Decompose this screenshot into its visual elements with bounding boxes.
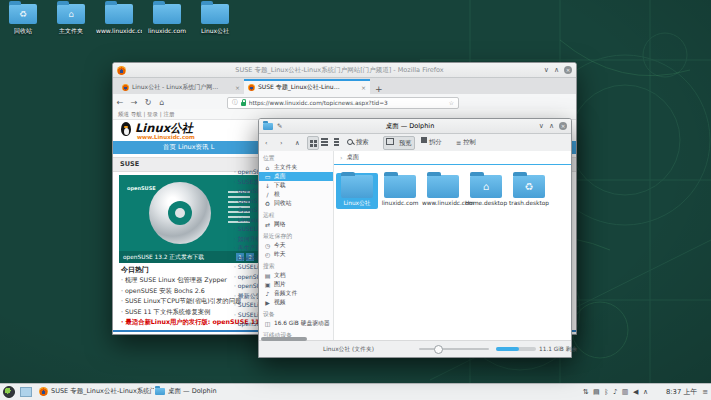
- tab-close-icon[interactable]: ×: [235, 84, 240, 91]
- desktop-icon-label: 回收站: [0, 27, 46, 36]
- dolphin-statusbar: Linux公社 (文件夹) 11.1 GiB 剩余: [259, 340, 571, 357]
- url-text[interactable]: https://www.linuxidc.com/topicnews.aspx?…: [249, 100, 388, 106]
- firefox-icon: [39, 387, 48, 396]
- forward-icon[interactable]: ›: [280, 136, 283, 148]
- place-home[interactable]: ⌂主文件夹: [259, 163, 333, 172]
- place-documents[interactable]: ▤文档: [259, 271, 333, 280]
- back-icon[interactable]: ‹: [265, 136, 268, 148]
- banner-caption-text: openSUSE 13.2 正式发布下载: [123, 254, 204, 260]
- place-audio[interactable]: ♪音频文件: [259, 289, 333, 298]
- trash-icon: ♻: [264, 199, 271, 208]
- tab-favicon: [122, 84, 129, 91]
- forward-icon[interactable]: →: [127, 98, 141, 107]
- site-logo-subtitle: www.Linuxidc.com: [137, 134, 195, 140]
- compact-view-button[interactable]: [321, 136, 329, 148]
- expand-tray-icon[interactable]: ∧: [643, 388, 648, 396]
- desktop-icon-linux-gongshe[interactable]: Linux公社: [192, 4, 238, 36]
- new-tab-button[interactable]: +: [370, 84, 388, 94]
- maximize-icon[interactable]: ∧: [554, 66, 559, 74]
- desktop-icon-trash[interactable]: ♻ 回收站: [0, 4, 46, 36]
- place-root[interactable]: /根: [259, 190, 333, 199]
- dolphin-titlebar[interactable]: ✎ 桌面 — Dolphin ∨ ∧ ×: [259, 119, 571, 134]
- url-bar[interactable]: ⓘ https://www.linuxidc.com/topicnews.asp…: [227, 97, 459, 109]
- task-dolphin[interactable]: 桌面 — Dolphin: [152, 385, 238, 398]
- place-yesterday[interactable]: ◴昨天: [259, 250, 333, 259]
- dolphin-window-title: 桌面 — Dolphin: [289, 122, 531, 131]
- home-icon[interactable]: ⌂: [155, 98, 169, 107]
- site-info-icon[interactable]: ⓘ: [232, 98, 238, 107]
- file-linux-gongshe[interactable]: Linux公社: [336, 173, 378, 209]
- firefox-titlebar[interactable]: SUSE 专题_Linux公社-Linux系统门户网站[门户频道] - Mozi…: [113, 63, 576, 78]
- tab-linux-gongshe[interactable]: Linux公社 - Linux系统门户网… ×: [118, 81, 244, 94]
- place-downloads[interactable]: ↓下载: [259, 181, 333, 190]
- network-icon[interactable]: ⇅: [583, 388, 589, 396]
- hot-list-title: 今日热门: [121, 265, 149, 275]
- preview-button[interactable]: 预览: [383, 136, 415, 150]
- taskbar: SUSE 专题_Linux公社-Linux系统门… 桌面 — Dolphin ⇅…: [0, 383, 711, 400]
- tux-logo-icon: [121, 122, 131, 136]
- display-icon[interactable]: ▥: [622, 388, 629, 396]
- bluetooth-icon[interactable]: ᛒ: [604, 388, 608, 396]
- minimize-icon[interactable]: ∨: [539, 122, 544, 130]
- trash-icon: ♻: [9, 7, 37, 21]
- tab-close-icon[interactable]: ×: [361, 84, 366, 91]
- minimize-icon[interactable]: ∨: [544, 66, 549, 74]
- video-icon: ▶: [264, 298, 271, 307]
- file-trash-desktop[interactable]: ♻ trash.desktop: [508, 173, 550, 209]
- file-www-linuxidc[interactable]: www.linuxidc.com: [422, 173, 464, 209]
- free-space-bar: [496, 347, 536, 351]
- reload-icon[interactable]: ↻: [141, 98, 155, 107]
- pager-widget[interactable]: [20, 387, 32, 397]
- volume-icon[interactable]: ◀: [633, 388, 638, 396]
- place-today[interactable]: ◷今天: [259, 241, 333, 250]
- place-harddrive[interactable]: ◫16.6 GiB 硬盘驱动器: [259, 319, 333, 328]
- task-firefox[interactable]: SUSE 专题_Linux公社-Linux系统门…: [36, 385, 154, 398]
- desktop-icon-label: Linux公社: [192, 27, 238, 36]
- desktop-icon-linuxidc[interactable]: linuxidc.com: [144, 4, 190, 34]
- dolphin-app-icon: [263, 123, 273, 130]
- clock[interactable]: 8:37 上午: [666, 384, 697, 400]
- file-label: www.linuxidc.com: [422, 200, 464, 207]
- breadcrumb[interactable]: › 桌面: [334, 151, 571, 165]
- bookmark-star-icon[interactable]: ☆: [449, 100, 454, 106]
- sidebar-scrollbar[interactable]: [261, 337, 307, 341]
- control-button[interactable]: ≡ 控制: [456, 136, 476, 148]
- icons-view-button[interactable]: [307, 136, 319, 150]
- split-button[interactable]: 拆分: [421, 136, 442, 148]
- close-icon[interactable]: ×: [564, 66, 572, 74]
- place-network[interactable]: ⇄网络: [259, 220, 333, 229]
- media-player-icon[interactable]: ♪: [613, 388, 617, 396]
- place-trash[interactable]: ♻回收站: [259, 199, 333, 208]
- file-linuxidc[interactable]: linuxidc.com: [379, 173, 421, 209]
- document-icon: ▤: [264, 271, 271, 280]
- panel-toolbox-icon[interactable]: ≡: [702, 384, 708, 400]
- place-desktop[interactable]: ▭桌面: [259, 172, 333, 181]
- maximize-icon[interactable]: ∧: [549, 122, 554, 130]
- close-icon[interactable]: ×: [559, 122, 567, 130]
- folder-icon: [341, 175, 373, 198]
- desktop-icon-label: linuxidc.com: [144, 27, 190, 34]
- folder-icon: [384, 175, 416, 198]
- clock-icon: ◴: [264, 250, 271, 259]
- desktop-icon-home[interactable]: ⌂ 主文件夹: [48, 4, 94, 36]
- up-icon[interactable]: ∧: [295, 136, 300, 148]
- folder-icon: ♻: [513, 175, 545, 198]
- place-videos[interactable]: ▶视频: [259, 298, 333, 307]
- zoom-slider-knob[interactable]: [434, 345, 443, 354]
- tab-suse-topic[interactable]: SUSE 专题_Linux公社-Linu… ×: [244, 79, 370, 94]
- desktop-root: { "desktop": { "icons": [ {"label": "回收站…: [0, 0, 711, 400]
- back-icon[interactable]: ←: [113, 98, 127, 107]
- zoom-slider[interactable]: [419, 348, 489, 350]
- places-group-header: 最近保存的: [263, 232, 333, 240]
- dolphin-icon: [155, 388, 165, 395]
- desktop-icon-www-linuxidc[interactable]: www.linuxidc.com: [96, 4, 142, 34]
- search-button[interactable]: 搜索: [347, 136, 369, 148]
- file-home-desktop[interactable]: ⌂ Home.desktop: [465, 173, 507, 209]
- place-images[interactable]: ▣图片: [259, 280, 333, 289]
- network-icon: ⇄: [264, 220, 271, 229]
- clipboard-icon[interactable]: ▤: [593, 388, 600, 396]
- breadcrumb-folder[interactable]: 桌面: [347, 153, 360, 162]
- window-pin-icon[interactable]: ✎: [277, 122, 282, 130]
- details-view-button[interactable]: [334, 136, 340, 148]
- application-launcher-icon[interactable]: [3, 386, 15, 398]
